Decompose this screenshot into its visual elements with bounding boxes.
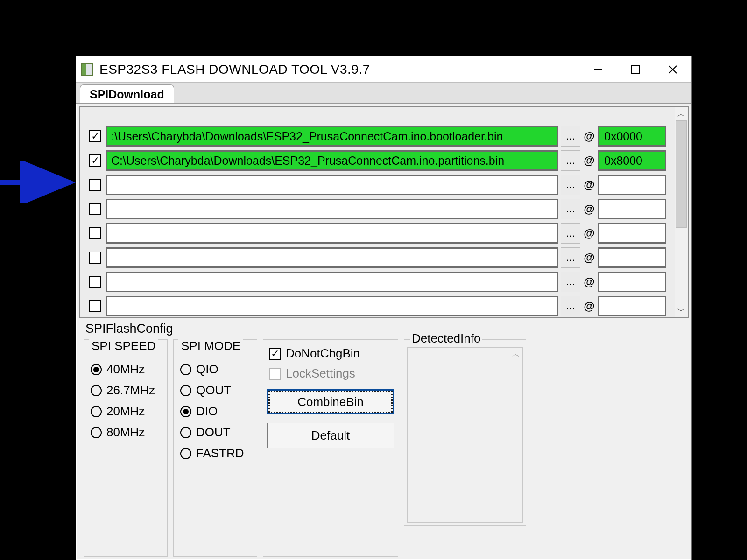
at-symbol: @: [583, 130, 595, 143]
scroll-up-icon[interactable]: ︿: [675, 107, 688, 120]
spi-speed-group: SPI SPEED 40MHz26.7MHz20MHz80MHz: [84, 339, 168, 557]
row-browse-button[interactable]: ...: [561, 223, 580, 244]
row-address-input[interactable]: [598, 199, 666, 219]
download-row: ...@: [89, 270, 666, 294]
titlebar[interactable]: ESP32S3 FLASH DOWNLOAD TOOL V3.9.7: [76, 56, 691, 82]
row-address-input[interactable]: [598, 175, 666, 195]
row-address-input[interactable]: [598, 296, 666, 316]
row-enable-checkbox[interactable]: ✓: [89, 130, 101, 142]
at-symbol: @: [583, 275, 595, 288]
download-row: ✓:\Users\Charybda\Downloads\ESP32_PrusaC…: [89, 124, 666, 148]
radio-267mhz[interactable]: 26.7MHz: [91, 383, 161, 398]
tab-spidownload[interactable]: SPIDownload: [80, 84, 174, 103]
app-window: ESP32S3 FLASH DOWNLOAD TOOL V3.9.7 SPIDo…: [76, 56, 692, 560]
row-path-input[interactable]: [106, 247, 558, 268]
radio-dout[interactable]: DOUT: [180, 425, 250, 440]
scroll-up-icon[interactable]: ︿: [510, 349, 521, 360]
scroll-down-icon[interactable]: ﹀: [675, 304, 688, 317]
minimize-button[interactable]: [579, 56, 617, 82]
maximize-button[interactable]: [617, 56, 654, 82]
locksettings-label: LockSettings: [286, 366, 355, 381]
at-symbol: @: [583, 251, 595, 264]
row-enable-checkbox[interactable]: [89, 179, 101, 191]
radio-dio[interactable]: DIO: [180, 404, 250, 419]
download-row: ...@: [89, 173, 666, 197]
row-address-input[interactable]: [598, 223, 666, 244]
svg-rect-2: [632, 66, 639, 73]
radio-label: 80MHz: [106, 425, 145, 440]
row-path-input[interactable]: [106, 199, 558, 219]
row-path-input[interactable]: [106, 296, 558, 316]
detectedinfo-group: DetectedInfo ︿: [404, 339, 526, 526]
radio-icon: [180, 448, 191, 459]
radio-qout[interactable]: QOUT: [180, 383, 250, 398]
row-enable-checkbox[interactable]: [89, 276, 101, 288]
row-browse-button[interactable]: ...: [561, 126, 580, 147]
radio-label: QIO: [196, 362, 218, 377]
radio-icon: [91, 364, 102, 375]
row-enable-checkbox[interactable]: [89, 300, 101, 312]
radio-fastrd[interactable]: FASTRD: [180, 446, 250, 461]
tabstrip: SPIDownload: [76, 82, 691, 104]
radio-label: 20MHz: [106, 404, 145, 419]
at-symbol: @: [583, 203, 595, 216]
default-button[interactable]: Default: [267, 423, 394, 448]
row-address-input[interactable]: 0x0000: [598, 126, 666, 147]
radio-label: 40MHz: [106, 362, 145, 377]
download-row: ...@: [89, 221, 666, 245]
options-group: ✓ DoNotChgBin LockSettings CombineBin De…: [263, 339, 398, 557]
download-row: ...@: [89, 197, 666, 221]
locksettings-checkbox: LockSettings: [267, 366, 394, 381]
at-symbol: @: [583, 154, 595, 167]
donotchgbin-checkbox[interactable]: ✓ DoNotChgBin: [267, 346, 394, 361]
row-enable-checkbox[interactable]: [89, 227, 101, 239]
row-path-input[interactable]: C:\Users\Charybda\Downloads\ESP32_PrusaC…: [106, 150, 558, 171]
radio-label: FASTRD: [196, 446, 244, 461]
radio-label: DIO: [196, 404, 218, 419]
download-row: ...@: [89, 294, 666, 317]
radio-40mhz[interactable]: 40MHz: [91, 362, 161, 377]
radio-80mhz[interactable]: 80MHz: [91, 425, 161, 440]
radio-icon: [180, 385, 191, 396]
row-path-input[interactable]: [106, 272, 558, 292]
row-browse-button[interactable]: ...: [561, 199, 580, 219]
row-path-input[interactable]: [106, 175, 558, 195]
detectedinfo-label: DetectedInfo: [410, 331, 482, 346]
row-browse-button[interactable]: ...: [561, 247, 580, 268]
row-path-input[interactable]: [106, 223, 558, 244]
row-address-input[interactable]: [598, 272, 666, 292]
radio-icon: [91, 427, 102, 438]
row-address-input[interactable]: [598, 247, 666, 268]
spiflashconfig-label: SPIFlashConfig: [85, 322, 173, 336]
combinebin-button[interactable]: CombineBin: [267, 389, 394, 414]
row-path-input[interactable]: :\Users\Charybda\Downloads\ESP32_PrusaCo…: [106, 126, 558, 147]
radio-20mhz[interactable]: 20MHz: [91, 404, 161, 419]
download-row: ...@: [89, 245, 666, 270]
window-title: ESP32S3 FLASH DOWNLOAD TOOL V3.9.7: [99, 62, 370, 77]
radio-icon: [180, 427, 191, 438]
row-browse-button[interactable]: ...: [561, 150, 580, 171]
at-symbol: @: [583, 227, 595, 240]
row-enable-checkbox[interactable]: [89, 203, 101, 215]
radio-icon: [91, 406, 102, 417]
download-row: ✓C:\Users\Charybda\Downloads\ESP32_Prusa…: [89, 148, 666, 173]
radio-qio[interactable]: QIO: [180, 362, 250, 377]
row-address-input[interactable]: 0x8000: [598, 150, 666, 171]
row-enable-checkbox[interactable]: ✓: [89, 154, 101, 167]
row-browse-button[interactable]: ...: [561, 296, 580, 316]
detectedinfo-textarea[interactable]: ︿: [407, 347, 523, 523]
row-enable-checkbox[interactable]: [89, 252, 101, 264]
rows-scrollbar[interactable]: ︿ ﹀: [675, 107, 688, 317]
at-symbol: @: [583, 300, 595, 313]
radio-icon: [180, 364, 191, 375]
close-button[interactable]: [654, 56, 691, 82]
scroll-thumb[interactable]: [676, 120, 687, 228]
row-browse-button[interactable]: ...: [561, 175, 580, 195]
radio-label: DOUT: [196, 425, 231, 440]
row-browse-button[interactable]: ...: [561, 272, 580, 292]
app-icon: [81, 63, 93, 76]
donotchgbin-label: DoNotChgBin: [286, 346, 360, 361]
download-rows-panel: ✓:\Users\Charybda\Downloads\ESP32_PrusaC…: [79, 106, 689, 318]
radio-icon: [91, 385, 102, 396]
spi-mode-label: SPI MODE: [178, 339, 243, 353]
